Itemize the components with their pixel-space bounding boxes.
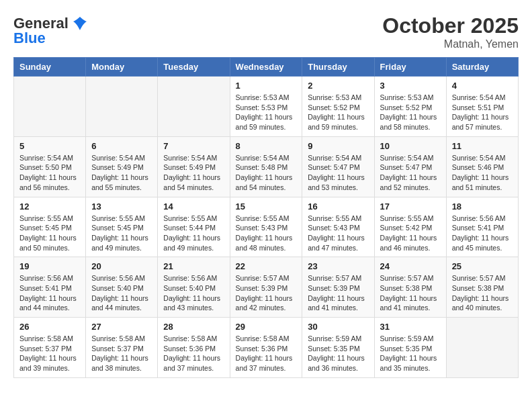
day-info: Sunrise: 5:54 AM Sunset: 5:47 PM Dayligh…	[380, 153, 441, 193]
calendar-cell: 21Sunrise: 5:56 AM Sunset: 5:40 PM Dayli…	[158, 257, 230, 318]
day-info: Sunrise: 5:56 AM Sunset: 5:41 PM Dayligh…	[19, 273, 80, 313]
day-number: 19	[19, 261, 80, 271]
calendar-cell: 18Sunrise: 5:56 AM Sunset: 5:41 PM Dayli…	[446, 197, 518, 257]
calendar-week-1: 1Sunrise: 5:53 AM Sunset: 5:53 PM Daylig…	[14, 77, 519, 137]
day-info: Sunrise: 5:55 AM Sunset: 5:42 PM Dayligh…	[380, 214, 441, 253]
day-info: Sunrise: 5:54 AM Sunset: 5:49 PM Dayligh…	[91, 153, 152, 193]
day-info: Sunrise: 5:58 AM Sunset: 5:37 PM Dayligh…	[19, 334, 80, 373]
day-number: 5	[19, 141, 80, 151]
calendar-cell: 4Sunrise: 5:54 AM Sunset: 5:51 PM Daylig…	[446, 77, 518, 137]
day-number: 10	[380, 141, 441, 151]
col-thursday: Thursday	[302, 58, 374, 77]
calendar-cell: 9Sunrise: 5:54 AM Sunset: 5:47 PM Daylig…	[302, 136, 374, 197]
calendar-cell: 12Sunrise: 5:55 AM Sunset: 5:45 PM Dayli…	[14, 197, 86, 257]
day-info: Sunrise: 5:57 AM Sunset: 5:38 PM Dayligh…	[452, 273, 513, 313]
calendar-cell	[446, 318, 518, 378]
title-block: October 2025 Matnah, Yemen	[382, 13, 519, 50]
day-number: 3	[380, 81, 441, 91]
calendar-cell: 17Sunrise: 5:55 AM Sunset: 5:42 PM Dayli…	[374, 197, 446, 257]
calendar-cell: 15Sunrise: 5:55 AM Sunset: 5:43 PM Dayli…	[230, 197, 302, 257]
day-number: 4	[452, 81, 513, 91]
day-info: Sunrise: 5:58 AM Sunset: 5:37 PM Dayligh…	[91, 334, 152, 373]
day-info: Sunrise: 5:53 AM Sunset: 5:53 PM Dayligh…	[236, 93, 297, 132]
logo-icon	[70, 13, 90, 34]
day-number: 21	[163, 261, 224, 271]
calendar-cell: 5Sunrise: 5:54 AM Sunset: 5:50 PM Daylig…	[14, 136, 86, 197]
day-number: 13	[91, 201, 152, 212]
calendar-cell	[86, 77, 158, 137]
calendar-header-row: Sunday Monday Tuesday Wednesday Thursday…	[14, 58, 519, 77]
calendar-cell: 30Sunrise: 5:59 AM Sunset: 5:35 PM Dayli…	[302, 318, 374, 378]
day-info: Sunrise: 5:54 AM Sunset: 5:46 PM Dayligh…	[452, 153, 513, 193]
calendar-cell: 20Sunrise: 5:56 AM Sunset: 5:40 PM Dayli…	[86, 257, 158, 318]
calendar-cell	[158, 77, 230, 137]
day-number: 12	[19, 201, 80, 212]
day-number: 8	[236, 141, 297, 151]
day-info: Sunrise: 5:57 AM Sunset: 5:39 PM Dayligh…	[236, 273, 297, 313]
calendar-cell: 11Sunrise: 5:54 AM Sunset: 5:46 PM Dayli…	[446, 136, 518, 197]
calendar-cell: 28Sunrise: 5:58 AM Sunset: 5:36 PM Dayli…	[158, 318, 230, 378]
day-number: 26	[19, 322, 80, 332]
calendar-cell: 19Sunrise: 5:56 AM Sunset: 5:41 PM Dayli…	[14, 257, 86, 318]
day-info: Sunrise: 5:59 AM Sunset: 5:35 PM Dayligh…	[380, 334, 441, 373]
col-sunday: Sunday	[14, 58, 86, 77]
day-number: 2	[308, 81, 368, 91]
month-title: October 2025	[382, 13, 519, 38]
day-number: 31	[380, 322, 441, 332]
day-info: Sunrise: 5:54 AM Sunset: 5:47 PM Dayligh…	[308, 153, 368, 193]
location: Matnah, Yemen	[382, 38, 519, 50]
col-friday: Friday	[374, 58, 446, 77]
calendar-cell: 16Sunrise: 5:55 AM Sunset: 5:43 PM Dayli…	[302, 197, 374, 257]
day-number: 16	[308, 201, 368, 212]
day-info: Sunrise: 5:55 AM Sunset: 5:44 PM Dayligh…	[163, 214, 224, 253]
day-info: Sunrise: 5:59 AM Sunset: 5:35 PM Dayligh…	[308, 334, 368, 373]
day-number: 1	[236, 81, 297, 91]
day-number: 22	[236, 261, 297, 271]
day-number: 7	[163, 141, 224, 151]
day-number: 20	[91, 261, 152, 271]
calendar-cell: 22Sunrise: 5:57 AM Sunset: 5:39 PM Dayli…	[230, 257, 302, 318]
day-info: Sunrise: 5:56 AM Sunset: 5:40 PM Dayligh…	[91, 273, 152, 313]
day-info: Sunrise: 5:58 AM Sunset: 5:36 PM Dayligh…	[236, 334, 297, 373]
day-number: 29	[236, 322, 297, 332]
calendar-cell: 31Sunrise: 5:59 AM Sunset: 5:35 PM Dayli…	[374, 318, 446, 378]
day-info: Sunrise: 5:54 AM Sunset: 5:48 PM Dayligh…	[236, 153, 297, 193]
page-header: General Blue October 2025 Matnah, Yemen	[13, 13, 519, 50]
day-info: Sunrise: 5:54 AM Sunset: 5:50 PM Dayligh…	[19, 153, 80, 193]
day-number: 17	[380, 201, 441, 212]
calendar-cell: 3Sunrise: 5:53 AM Sunset: 5:52 PM Daylig…	[374, 77, 446, 137]
day-number: 25	[452, 261, 513, 271]
day-info: Sunrise: 5:56 AM Sunset: 5:40 PM Dayligh…	[163, 273, 224, 313]
calendar-week-5: 26Sunrise: 5:58 AM Sunset: 5:37 PM Dayli…	[14, 318, 519, 378]
day-info: Sunrise: 5:54 AM Sunset: 5:51 PM Dayligh…	[452, 93, 513, 132]
col-tuesday: Tuesday	[158, 58, 230, 77]
day-number: 14	[163, 201, 224, 212]
calendar-cell: 29Sunrise: 5:58 AM Sunset: 5:36 PM Dayli…	[230, 318, 302, 378]
col-saturday: Saturday	[446, 58, 518, 77]
col-wednesday: Wednesday	[230, 58, 302, 77]
day-number: 9	[308, 141, 368, 151]
day-number: 28	[163, 322, 224, 332]
calendar-cell: 27Sunrise: 5:58 AM Sunset: 5:37 PM Dayli…	[86, 318, 158, 378]
day-number: 27	[91, 322, 152, 332]
calendar-cell: 13Sunrise: 5:55 AM Sunset: 5:45 PM Dayli…	[86, 197, 158, 257]
calendar-cell: 25Sunrise: 5:57 AM Sunset: 5:38 PM Dayli…	[446, 257, 518, 318]
day-info: Sunrise: 5:55 AM Sunset: 5:45 PM Dayligh…	[91, 214, 152, 253]
day-number: 15	[236, 201, 297, 212]
day-info: Sunrise: 5:57 AM Sunset: 5:38 PM Dayligh…	[380, 273, 441, 313]
day-info: Sunrise: 5:53 AM Sunset: 5:52 PM Dayligh…	[308, 93, 368, 132]
calendar-cell: 2Sunrise: 5:53 AM Sunset: 5:52 PM Daylig…	[302, 77, 374, 137]
calendar-cell	[14, 77, 86, 137]
calendar-table: Sunday Monday Tuesday Wednesday Thursday…	[13, 57, 519, 378]
day-info: Sunrise: 5:57 AM Sunset: 5:39 PM Dayligh…	[308, 273, 368, 313]
calendar-cell: 6Sunrise: 5:54 AM Sunset: 5:49 PM Daylig…	[86, 136, 158, 197]
calendar-cell: 10Sunrise: 5:54 AM Sunset: 5:47 PM Dayli…	[374, 136, 446, 197]
calendar-cell: 7Sunrise: 5:54 AM Sunset: 5:49 PM Daylig…	[158, 136, 230, 197]
day-number: 24	[380, 261, 441, 271]
day-info: Sunrise: 5:55 AM Sunset: 5:45 PM Dayligh…	[19, 214, 80, 253]
day-number: 6	[91, 141, 152, 151]
calendar-cell: 24Sunrise: 5:57 AM Sunset: 5:38 PM Dayli…	[374, 257, 446, 318]
day-info: Sunrise: 5:53 AM Sunset: 5:52 PM Dayligh…	[380, 93, 441, 132]
calendar-week-4: 19Sunrise: 5:56 AM Sunset: 5:41 PM Dayli…	[14, 257, 519, 318]
calendar-week-2: 5Sunrise: 5:54 AM Sunset: 5:50 PM Daylig…	[14, 136, 519, 197]
